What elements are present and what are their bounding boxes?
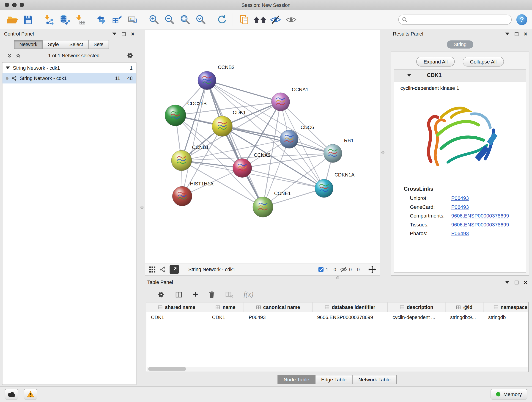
- network-node-cdkn1a[interactable]: CDKN1A: [315, 172, 355, 198]
- node-table: shared namenamecanonical namedatabase id…: [146, 302, 529, 372]
- toolbar-search[interactable]: [399, 14, 512, 25]
- delete-column-trash-icon[interactable]: [208, 291, 215, 298]
- column-header-id[interactable]: @id: [445, 302, 483, 312]
- network-edge[interactable]: [182, 80, 207, 196]
- expand-all-button[interactable]: Expand All: [417, 57, 455, 66]
- network-edge[interactable]: [207, 80, 263, 207]
- network-from-table-button[interactable]: [109, 12, 125, 27]
- network-node-cdc25b[interactable]: CDC25B: [165, 101, 207, 126]
- column-header-name[interactable]: name: [207, 302, 244, 312]
- network-collection-row[interactable]: String Network - cdk1 1: [2, 62, 136, 73]
- pan-crosshair-icon[interactable]: [368, 266, 376, 273]
- crosslink-link[interactable]: P06493: [451, 204, 469, 210]
- section-caret-icon[interactable]: [407, 74, 411, 77]
- network-overview-share-icon[interactable]: [159, 266, 166, 273]
- panel-float-icon[interactable]: [122, 32, 126, 36]
- panel-float-icon[interactable]: [515, 32, 519, 36]
- cloud-button[interactable]: [5, 389, 18, 400]
- show-all-button[interactable]: [283, 12, 299, 27]
- show-columns-icon[interactable]: [175, 291, 183, 298]
- zoom-in-button[interactable]: [146, 12, 162, 27]
- panel-close-icon[interactable]: ×: [524, 279, 527, 285]
- tab-node-table[interactable]: Node Table: [278, 375, 315, 384]
- export-image-button[interactable]: [125, 12, 140, 27]
- table-row[interactable]: CDK1CDK1P064939606.ENSP00000378699cyclin…: [146, 312, 528, 322]
- network-edge[interactable]: [207, 80, 280, 102]
- detach-view-button[interactable]: [170, 265, 179, 274]
- function-builder-fx-icon[interactable]: f(x): [244, 290, 253, 299]
- home-view-button[interactable]: [252, 12, 268, 27]
- save-floppy-icon: [23, 15, 33, 24]
- crosslink-link[interactable]: P06493: [451, 195, 469, 201]
- table-cell: 9606.ENSP00000378699: [312, 314, 388, 320]
- delete-table-icon[interactable]: [225, 291, 234, 298]
- collection-count: 1: [130, 65, 133, 70]
- network-canvas[interactable]: CCNB2CCNA1CDC25BCDK1CDC6RB1CCNB1CCNA2CDK…: [145, 30, 380, 263]
- tab-select[interactable]: Select: [64, 40, 89, 49]
- panel-collapse-icon[interactable]: [505, 281, 509, 284]
- help-button[interactable]: ?: [516, 14, 527, 25]
- horizontal-scrollbar[interactable]: [147, 367, 528, 371]
- gene-section-header[interactable]: CDK1: [394, 70, 526, 82]
- tab-network-table[interactable]: Network Table: [352, 375, 397, 384]
- panel-collapse-icon[interactable]: [112, 32, 116, 35]
- gear-icon[interactable]: [127, 52, 133, 59]
- warnings-button[interactable]: [24, 389, 37, 400]
- table-settings-gear-icon[interactable]: [157, 291, 165, 298]
- tab-edge-table[interactable]: Edge Table: [315, 375, 353, 384]
- zoom-selected-button[interactable]: [193, 12, 208, 27]
- splitter-handle[interactable]: [140, 206, 143, 209]
- save-session-button[interactable]: [20, 12, 36, 27]
- import-table-button[interactable]: [73, 12, 88, 27]
- network-graph[interactable]: CCNB2CCNA1CDC25BCDK1CDC6RB1CCNB1CCNA2CDK…: [145, 30, 380, 263]
- network-node-ccna1[interactable]: CCNA1: [272, 87, 309, 111]
- add-column-plus-icon[interactable]: +: [193, 290, 198, 299]
- network-node-rb1[interactable]: RB1: [324, 138, 354, 162]
- expand-all-chevrons-icon[interactable]: [16, 53, 21, 58]
- column-header-canonical-name[interactable]: canonical name: [244, 302, 312, 312]
- zoom-fit-button[interactable]: [177, 12, 193, 27]
- panel-float-icon[interactable]: [515, 281, 519, 284]
- column-header-namespace[interactable]: namespace: [483, 302, 529, 312]
- crosslink-link[interactable]: 9606.ENSP00000378699: [451, 213, 509, 218]
- network-row[interactable]: String Network - cdk1 11 48: [2, 73, 136, 83]
- splitter-handle[interactable]: [336, 276, 339, 279]
- hide-selected-button[interactable]: [268, 12, 283, 27]
- crosslink-link[interactable]: P06493: [451, 230, 469, 236]
- network-node-hist1h1a[interactable]: HIST1H1A: [172, 181, 214, 206]
- panel-close-icon[interactable]: ×: [524, 31, 527, 37]
- search-input[interactable]: [410, 17, 508, 22]
- scrollbar-thumb[interactable]: [148, 367, 186, 370]
- panel-close-icon[interactable]: ×: [131, 31, 134, 37]
- tab-sets[interactable]: Sets: [88, 40, 109, 49]
- tab-style[interactable]: Style: [42, 40, 64, 49]
- tree-expand-caret-icon[interactable]: [6, 66, 10, 69]
- column-header-database-identifier[interactable]: database identifier: [312, 302, 388, 312]
- column-header-shared-name[interactable]: shared name: [146, 302, 207, 312]
- copy-document-button[interactable]: [236, 12, 252, 27]
- tab-string[interactable]: String: [447, 40, 473, 49]
- network-node-ccnb1[interactable]: CCNB1: [171, 145, 209, 171]
- zoom-out-button[interactable]: [162, 12, 177, 27]
- network-node-ccne1[interactable]: CCNE1: [253, 191, 291, 217]
- column-header-description[interactable]: description: [388, 302, 446, 312]
- splitter-handle[interactable]: [381, 151, 384, 154]
- import-network-database-button[interactable]: [57, 12, 73, 27]
- birds-eye-grid-icon[interactable]: [149, 266, 156, 273]
- tab-network[interactable]: Network: [14, 40, 43, 49]
- collapse-all-button[interactable]: Collapse All: [463, 57, 504, 66]
- collapse-all-chevrons-icon[interactable]: [7, 53, 12, 58]
- crosslink-link[interactable]: 9606.ENSP00000378699: [451, 221, 509, 227]
- clone-network-button[interactable]: [94, 12, 109, 27]
- network-node-cdk1[interactable]: CDK1: [212, 110, 246, 137]
- crosslink-label: Compartments:: [410, 213, 451, 218]
- refresh-button[interactable]: [214, 12, 229, 27]
- table-cell: CDK1: [146, 314, 207, 320]
- panel-collapse-icon[interactable]: [505, 32, 509, 35]
- protein-structure-image: [417, 94, 503, 181]
- cloud-icon: [7, 391, 16, 397]
- open-session-button[interactable]: [5, 12, 20, 27]
- import-network-file-button[interactable]: [41, 12, 57, 27]
- memory-button[interactable]: Memory: [491, 389, 527, 400]
- column-header-label: shared name: [165, 304, 195, 310]
